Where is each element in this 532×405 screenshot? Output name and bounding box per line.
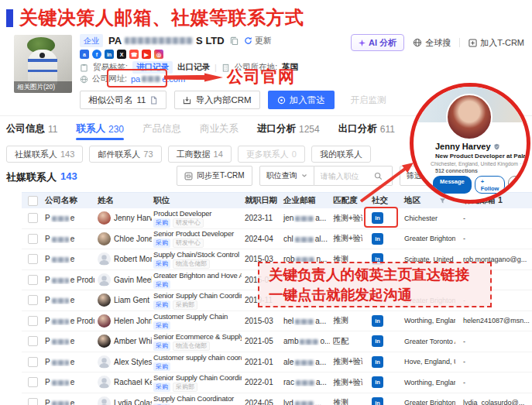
youtube-icon[interactable]: ▶ (142, 50, 151, 59)
email-cell: jena... (280, 214, 330, 222)
tab-label: 产品信息 (142, 122, 181, 136)
sub-tab-2[interactable]: 工商数据14 (168, 146, 232, 163)
company-photo[interactable]: 相关图片(20) (14, 35, 72, 93)
position-tags: 采购研发中心 (153, 239, 242, 248)
row-checkbox[interactable] (28, 398, 38, 405)
email-cell: alea... (280, 358, 330, 366)
join-tcrm-button[interactable]: 加入T-CRM (469, 37, 524, 49)
divider: | (215, 63, 217, 72)
sub-tab-1[interactable]: 邮件联系人73 (89, 146, 161, 163)
select-all-checkbox[interactable] (28, 196, 38, 206)
company-prefix: P (45, 214, 50, 222)
instagram-icon[interactable]: ◎ (154, 50, 163, 59)
company-suffix: e Produc... (70, 276, 94, 284)
name-cell: Gavin Meeks (94, 273, 152, 287)
sync-tcrm-button[interactable]: 同步至T-CRM (177, 166, 252, 186)
row-checkbox[interactable] (28, 234, 38, 244)
global-search-button[interactable]: 全球搜 (413, 37, 451, 49)
linkedin-link-icon[interactable]: in (372, 376, 383, 388)
similar-companies-button[interactable]: 相似公司名 11 (80, 91, 166, 109)
person-icon (98, 252, 111, 266)
tab-label: 商业关系 (200, 122, 239, 136)
linkedin-link-icon[interactable]: in (372, 356, 383, 368)
position-cell: Customer Supply Chain采购 (152, 312, 242, 330)
contact-avatar (98, 396, 111, 405)
refresh-label: 更新 (255, 35, 272, 46)
linkedin-icon[interactable]: in (105, 50, 114, 59)
start-monitor-label: 开启监测 (351, 94, 386, 106)
row-checkbox[interactable] (28, 316, 38, 326)
blurred-text (52, 278, 69, 283)
contact-name: Gavin Meeks (114, 276, 152, 284)
tab-2[interactable]: 产品信息 (142, 118, 181, 140)
tab-4[interactable]: 进口分析1254 (257, 118, 320, 140)
extra-email-cell: - (455, 235, 532, 242)
linkedin-link-icon[interactable]: in (372, 335, 383, 347)
name-cell: Helen Johnstone (94, 314, 152, 328)
phone-icon[interactable]: ☎ (129, 50, 139, 59)
position-title: Product Developer (153, 209, 242, 218)
company-name-blurred (125, 37, 193, 44)
company-cell: Pe (43, 235, 94, 243)
linkedin-contact-info-link[interactable]: Contact info (523, 161, 530, 166)
tcrm-icon (469, 39, 477, 47)
start-monitor-button[interactable]: 开启监测 (342, 91, 395, 109)
linkedin-more-button[interactable]: More (508, 176, 530, 194)
blurred-text (295, 237, 314, 242)
procurement-tag: 采购 (153, 342, 170, 351)
section-title-label: 社媒联系人 (6, 170, 57, 184)
linkedin-link-icon[interactable]: in (372, 233, 383, 245)
row-checkbox[interactable] (28, 254, 38, 264)
clipboard-icon (80, 63, 88, 72)
contact-avatar (98, 335, 111, 348)
row-checkbox[interactable] (28, 213, 38, 223)
copy-icon[interactable] (230, 36, 239, 45)
contact-name: Jenny Harvey (114, 214, 152, 222)
title-accent-bar (6, 9, 13, 27)
tab-count: 11 (48, 124, 57, 135)
tab-3[interactable]: 商业关系 (200, 118, 239, 140)
facebook-icon[interactable]: f (92, 50, 101, 59)
row-checkbox[interactable] (28, 377, 38, 387)
row-checkbox[interactable] (28, 275, 38, 285)
contact-avatar (98, 355, 111, 369)
department-tag: 研发中心 (173, 218, 204, 228)
table-row: PeJenny HarveyProduct Developer采购研发中心202… (22, 208, 532, 229)
row-checkbox[interactable] (28, 295, 38, 305)
ai-analyze-button[interactable]: AI 分析 (351, 34, 404, 51)
export-records-tag[interactable]: 出口记录 (177, 62, 210, 73)
sub-tab-0[interactable]: 社媒联系人143 (6, 146, 83, 163)
social-cell: in (362, 315, 398, 327)
position-cell: Senior Product Developer采购研发中心 (152, 229, 242, 248)
linkedin-message-button[interactable]: Message (433, 176, 472, 194)
tab-0[interactable]: 公司信息11 (6, 118, 57, 140)
tab-5[interactable]: 出口分析611 (338, 118, 395, 140)
linkedin-follow-button[interactable]: + Follow (475, 176, 506, 194)
ai-analyze-label: AI 分析 (369, 37, 396, 49)
company-suffix: e (70, 255, 75, 263)
chevron-down-icon (301, 173, 307, 179)
position-cell: Senior Supply Chain Coordinator采购采购部 (152, 373, 242, 392)
sync-icon (184, 172, 193, 180)
contact-name: Amber Whitty (114, 337, 152, 345)
refresh-button[interactable]: 更新 (244, 35, 272, 46)
import-crm-button[interactable]: 导入内部CRM (174, 91, 259, 109)
company-cell: Pe Produc... (43, 276, 94, 284)
sub-tab-3[interactable]: 更多联系人0 (238, 146, 305, 163)
person-icon (98, 273, 111, 287)
linkedin-link-icon[interactable]: in (372, 397, 383, 405)
linkedin-link-icon[interactable]: in (372, 315, 383, 327)
company-cell: Pe (43, 378, 94, 386)
email-prefix: ale (283, 358, 293, 366)
row-checkbox[interactable] (28, 336, 38, 346)
row-checkbox[interactable] (28, 357, 38, 367)
website-icon[interactable]: a (80, 50, 89, 59)
section-title: 社媒联系人 143 (6, 170, 77, 184)
x-icon[interactable]: X (117, 50, 126, 59)
tab-1[interactable]: 联系人230 (76, 118, 124, 140)
company-social-icons: afinX☎▶◎ (80, 50, 163, 59)
job-query-dropdown[interactable]: 职位查询 (259, 166, 314, 186)
add-radar-button[interactable]: 加入雷达 (268, 91, 335, 109)
contact-name: Robert Monta... (114, 255, 152, 263)
join-tcrm-label: 加入T-CRM (480, 37, 524, 49)
